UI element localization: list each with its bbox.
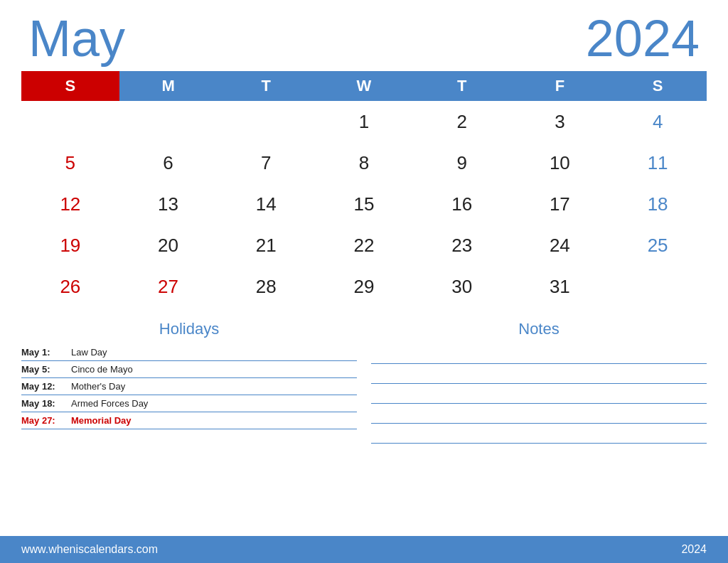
calendar-header: S M T W T F S bbox=[21, 71, 707, 101]
holiday-name-3: Mother's Day bbox=[71, 381, 125, 392]
holiday-row-2: May 5: Cinco de Mayo bbox=[21, 361, 357, 378]
notes-line-1 bbox=[371, 344, 707, 364]
notes-title: Notes bbox=[371, 320, 707, 338]
holidays-section: Holidays May 1: Law Day May 5: Cinco de … bbox=[21, 320, 357, 444]
day-21: 21 bbox=[217, 225, 315, 266]
holiday-row-1: May 1: Law Day bbox=[21, 344, 357, 361]
notes-line-5 bbox=[371, 424, 707, 444]
holidays-title: Holidays bbox=[21, 320, 357, 338]
day-header-monday: M bbox=[119, 71, 218, 101]
holiday-date-1: May 1: bbox=[21, 347, 71, 358]
day-14: 14 bbox=[217, 183, 315, 225]
month-title: May bbox=[28, 13, 125, 64]
day-1: 1 bbox=[315, 101, 413, 142]
day-4: 4 bbox=[609, 101, 707, 142]
day-3: 3 bbox=[511, 101, 609, 142]
header: May 2024 bbox=[0, 0, 728, 71]
holiday-name-5: Memorial Day bbox=[71, 415, 132, 426]
day-29: 29 bbox=[315, 266, 413, 307]
notes-line-3 bbox=[371, 384, 707, 404]
day-24: 24 bbox=[511, 225, 609, 266]
holiday-row-4: May 18: Armed Forces Day bbox=[21, 395, 357, 412]
day-17: 17 bbox=[511, 183, 609, 225]
day-22: 22 bbox=[315, 225, 413, 266]
bottom-section: Holidays May 1: Law Day May 5: Cinco de … bbox=[0, 313, 728, 444]
day-11: 11 bbox=[609, 142, 707, 183]
holiday-name-4: Armed Forces Day bbox=[71, 398, 148, 409]
day-7: 7 bbox=[217, 142, 315, 183]
day-cell bbox=[217, 101, 315, 142]
day-2: 2 bbox=[413, 101, 511, 142]
footer-year: 2024 bbox=[681, 543, 707, 556]
day-18: 18 bbox=[609, 183, 707, 225]
week-1: 1 2 3 4 bbox=[21, 101, 707, 142]
holiday-date-3: May 12: bbox=[21, 381, 71, 392]
footer: www.wheniscalendars.com 2024 bbox=[0, 536, 728, 563]
day-27: 27 bbox=[119, 266, 218, 307]
notes-line-2 bbox=[371, 364, 707, 384]
week-4: 19 20 21 22 23 24 25 bbox=[21, 225, 707, 266]
day-10: 10 bbox=[511, 142, 609, 183]
week-3: 12 13 14 15 16 17 18 bbox=[21, 183, 707, 225]
day-header-thursday: T bbox=[413, 71, 511, 101]
day-16: 16 bbox=[413, 183, 511, 225]
day-header-sunday: S bbox=[21, 71, 119, 101]
day-13: 13 bbox=[119, 183, 218, 225]
holiday-name-2: Cinco de Mayo bbox=[71, 364, 133, 375]
day-empty bbox=[21, 101, 119, 142]
day-25: 25 bbox=[609, 225, 707, 266]
holiday-date-5: May 27: bbox=[21, 415, 71, 426]
day-empty-end bbox=[609, 266, 707, 307]
day-19: 19 bbox=[21, 225, 119, 266]
day-12: 12 bbox=[21, 183, 119, 225]
holiday-name-1: Law Day bbox=[71, 347, 107, 358]
footer-url: www.wheniscalendars.com bbox=[21, 543, 158, 556]
calendar-body: 1 2 3 4 5 6 7 8 9 10 11 12 bbox=[21, 101, 707, 307]
day-15: 15 bbox=[315, 183, 413, 225]
day-header-wednesday: W bbox=[315, 71, 413, 101]
notes-section: Notes bbox=[371, 320, 707, 444]
calendar-table: S M T W T F S 1 2 3 4 bbox=[21, 71, 707, 307]
holiday-row-3: May 12: Mother's Day bbox=[21, 378, 357, 395]
week-2: 5 6 7 8 9 10 11 bbox=[21, 142, 707, 183]
day-20: 20 bbox=[119, 225, 218, 266]
calendar-container: S M T W T F S 1 2 3 4 bbox=[0, 71, 728, 307]
day-8: 8 bbox=[315, 142, 413, 183]
day-header-saturday: S bbox=[609, 71, 707, 101]
day-23: 23 bbox=[413, 225, 511, 266]
holiday-date-4: May 18: bbox=[21, 398, 71, 409]
day-9: 9 bbox=[413, 142, 511, 183]
week-5: 26 27 28 29 30 31 bbox=[21, 266, 707, 307]
day-header-friday: F bbox=[511, 71, 609, 101]
day-cell bbox=[119, 101, 218, 142]
day-26: 26 bbox=[21, 266, 119, 307]
day-header-tuesday: T bbox=[217, 71, 315, 101]
day-5: 5 bbox=[21, 142, 119, 183]
year-title: 2024 bbox=[586, 13, 700, 64]
page: May 2024 S M T W T F S bbox=[0, 0, 728, 563]
day-31: 31 bbox=[511, 266, 609, 307]
holiday-row-5-memorial: May 27: Memorial Day bbox=[21, 412, 357, 429]
day-28: 28 bbox=[217, 266, 315, 307]
day-30: 30 bbox=[413, 266, 511, 307]
holiday-date-2: May 5: bbox=[21, 364, 71, 375]
notes-line-4 bbox=[371, 404, 707, 424]
day-6: 6 bbox=[119, 142, 218, 183]
